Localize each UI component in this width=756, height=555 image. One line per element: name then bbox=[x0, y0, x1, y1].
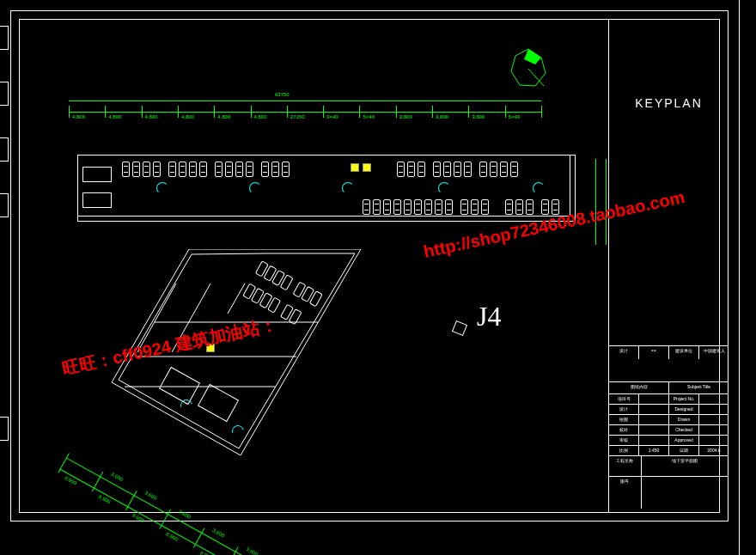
svg-line-6 bbox=[137, 284, 176, 352]
svg-rect-19 bbox=[252, 289, 265, 304]
tb-cell: 建设单位 bbox=[669, 346, 699, 359]
svg-rect-15 bbox=[293, 282, 306, 297]
dimension-value: 3,800 bbox=[436, 114, 448, 119]
tb-cell: 校对 bbox=[609, 425, 639, 435]
tb-cell: 日期 bbox=[669, 446, 699, 455]
dimension-value: 4,800 bbox=[72, 114, 85, 119]
svg-rect-22 bbox=[281, 304, 294, 320]
svg-rect-21 bbox=[268, 297, 281, 313]
dimension-value: 3,600 bbox=[246, 546, 259, 555]
dimension-value: 3,600 bbox=[178, 509, 192, 520]
dimension-value: 5×40 bbox=[363, 114, 375, 119]
svg-rect-16 bbox=[302, 287, 314, 302]
tb-header: Subject Title bbox=[669, 382, 729, 393]
dimension-value: 3,600 bbox=[211, 528, 225, 539]
dimension-value: 27150 bbox=[290, 114, 305, 119]
tb-cell: 项目号 bbox=[609, 394, 639, 404]
svg-rect-17 bbox=[309, 291, 322, 307]
dimension-value: 3,800 bbox=[399, 114, 412, 119]
dimension-value: 3,600 bbox=[110, 472, 124, 483]
top-dimension-line: 63750 4,8004,8004,8004,8004,8004,8002715… bbox=[69, 99, 541, 125]
dimension-value: 5×40 bbox=[509, 114, 521, 119]
tb-cell: Designed bbox=[669, 405, 699, 414]
tb-cell: 比例 bbox=[609, 446, 639, 455]
tb-cell: 绘图 bbox=[609, 415, 639, 424]
dimension-value: 9×40 bbox=[326, 114, 338, 119]
tb-cell: Checked bbox=[669, 425, 699, 435]
tb-cell bbox=[699, 405, 729, 414]
tb-cell bbox=[639, 394, 669, 404]
tb-drawing-name-r: 地下室平面图 bbox=[642, 456, 729, 476]
tb-cell: 设计 bbox=[609, 346, 639, 359]
dimension-value: 3,600 bbox=[143, 490, 157, 501]
tb-cell bbox=[699, 415, 729, 424]
tb-cell bbox=[639, 436, 669, 445]
tb-cell: 2004.6 bbox=[699, 446, 729, 455]
svg-line-8 bbox=[228, 284, 245, 314]
tb-cell bbox=[639, 415, 669, 424]
tb-sheet-r bbox=[642, 477, 729, 509]
tb-cell: 1:450 bbox=[639, 446, 669, 455]
dimension-value: 3,800 bbox=[472, 114, 485, 119]
svg-rect-12 bbox=[264, 265, 277, 281]
tb-cell bbox=[699, 394, 729, 404]
svg-rect-14 bbox=[280, 275, 293, 290]
dimension-value: 4,800 bbox=[181, 114, 194, 119]
tb-cell: 审核 bbox=[609, 436, 639, 445]
tb-cell bbox=[699, 436, 729, 445]
right-dimension-line bbox=[588, 159, 613, 245]
title-block: KEYPLAN 设计 ×× 建设单位 中国建筑人 图纸内容 Subject Ti… bbox=[608, 19, 729, 513]
svg-marker-1 bbox=[524, 49, 541, 64]
tb-cell bbox=[639, 425, 669, 435]
tb-cell: Drawn bbox=[669, 415, 699, 424]
svg-line-2 bbox=[528, 69, 544, 86]
tb-cell: Approved bbox=[669, 436, 699, 445]
tb-cell: ×× bbox=[639, 346, 669, 359]
tb-cell bbox=[639, 405, 669, 414]
left-ruler bbox=[0, 0, 10, 555]
tb-cell: 设计 bbox=[609, 405, 639, 414]
svg-rect-20 bbox=[259, 293, 272, 308]
tb-cell: 中国建筑人 bbox=[699, 346, 729, 359]
tb-header: 图纸内容 bbox=[609, 382, 669, 393]
drawing-label-j4: J4 bbox=[477, 301, 501, 332]
north-arrow bbox=[507, 47, 550, 90]
tb-sheet-l: 图号 bbox=[609, 477, 642, 509]
dimension-value: 4,800 bbox=[217, 114, 230, 119]
dimension-value: 4,800 bbox=[108, 114, 121, 119]
svg-rect-13 bbox=[272, 271, 285, 286]
tb-drawing-name-l: 工程名称 bbox=[609, 456, 642, 476]
svg-line-7 bbox=[172, 284, 210, 352]
dimension-value: 4,800 bbox=[254, 114, 267, 119]
tb-cell: Project No. bbox=[669, 394, 699, 404]
tb-cell bbox=[699, 425, 729, 435]
svg-rect-11 bbox=[255, 261, 268, 277]
keyplan-label: KEYPLAN bbox=[635, 96, 703, 110]
dimension-value: 4,800 bbox=[145, 114, 158, 119]
svg-rect-18 bbox=[243, 284, 256, 299]
right-edge-strip bbox=[739, 0, 756, 555]
